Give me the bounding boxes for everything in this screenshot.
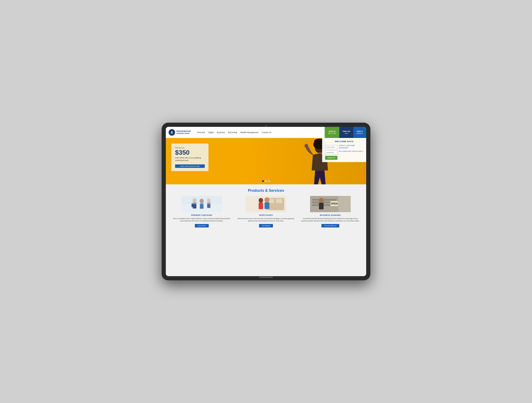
svg-rect-17 — [181, 196, 222, 204]
premier-checking-name: PREMIER CHECKING — [191, 214, 212, 216]
svg-text:OPEN: OPEN — [331, 202, 338, 205]
signin-button[interactable]: SIGN IN New User — [325, 127, 339, 138]
business-banking-desc: You deserve powerful Business Banking to… — [300, 218, 361, 222]
mortgages-btn[interactable]: Get Started — [259, 224, 273, 227]
business-banking-name: BUSINESS BANKING — [320, 214, 341, 216]
nav-borrowing[interactable]: Borrowing — [227, 131, 239, 133]
tablet-screen: RIDGEWOOD SAVINGS BANK Personal Digital … — [166, 127, 366, 276]
svg-point-0 — [171, 131, 172, 132]
svg-point-6 — [304, 144, 308, 148]
logo-savings: SAVINGS BANK — [177, 133, 191, 134]
premier-checking-btn[interactable]: Learn More — [195, 224, 209, 227]
welcome-title: WELCOME BACK — [325, 140, 363, 143]
svg-rect-1 — [171, 133, 173, 133]
tablet-frame: RIDGEWOOD SAVINGS BANK Personal Digital … — [162, 123, 370, 280]
mortgages-desc: Unlock the door to your new home with a … — [236, 218, 296, 222]
signin-sublabel: New User — [328, 133, 336, 134]
mortgages-image — [236, 196, 296, 212]
svg-point-35 — [319, 198, 323, 203]
nav-personal[interactable]: Personal — [196, 131, 207, 133]
header-actions: SIGN IN New User FIND AN ATM FIND A BRAN… — [325, 127, 366, 138]
products-section-title: Products & Services — [171, 189, 361, 193]
branch-sublabel: BRANCH — [357, 133, 363, 134]
carousel-dot-2[interactable] — [265, 180, 267, 182]
carousel-dots — [262, 180, 270, 182]
nav-business[interactable]: Business — [215, 131, 227, 133]
hero-card: Get up to a $350 Cash Value! with a new … — [171, 144, 209, 171]
site-header: RIDGEWOOD SAVINGS BANK Personal Digital … — [166, 127, 366, 138]
product-card-premier-checking: PREMIER CHECKING Earn a competitive rate… — [171, 196, 232, 227]
business-banking-btn[interactable]: Connect With Us — [321, 224, 339, 227]
product-card-mortgages: MORTGAGES Unlock the door to your new ho… — [236, 196, 296, 227]
find-branch-button[interactable]: FIND A BRANCH — [354, 127, 366, 138]
username-input[interactable] — [325, 145, 337, 149]
password-input[interactable] — [325, 151, 337, 154]
welcome-inputs: SIGN IN — [325, 145, 337, 160]
carousel-dot-1[interactable] — [262, 180, 264, 182]
hero-section: Get up to a $350 Cash Value! with a new … — [166, 138, 366, 184]
welcome-links: FORGOT USER NAME/ PASSWORD > NOT ENROLLE… — [339, 145, 363, 160]
bank-logo-icon — [169, 129, 175, 136]
not-enrolled-text: NOT ENROLLED? SIGN UP NOW > — [339, 150, 363, 153]
sign-up-link[interactable]: SIGN UP NOW > — [352, 151, 363, 152]
forgot-username-link[interactable]: FORGOT USER NAME/ — [339, 145, 363, 147]
product-card-business-banking: OPEN BUSINESS BANKING You deserve powerf… — [300, 196, 361, 227]
nav-contact[interactable]: Contact Us — [260, 131, 273, 133]
branch-label: FIND A — [357, 130, 363, 133]
hero-get-up-text: Get up to a — [175, 147, 205, 149]
welcome-form: SIGN IN FORGOT USER NAME/ PASSWORD > NOT… — [325, 145, 363, 160]
signin-label: SIGN IN — [329, 130, 336, 133]
not-enrolled-label: NOT ENROLLED? — [339, 151, 351, 152]
nav-wealth[interactable]: Wealth Management — [239, 131, 260, 133]
svg-rect-24 — [259, 203, 263, 209]
svg-point-23 — [259, 198, 263, 203]
hero-learn-more-button[interactable]: Learn more about this offer — [175, 164, 205, 168]
carousel-dot-3[interactable] — [268, 180, 270, 182]
svg-point-25 — [265, 197, 269, 203]
svg-rect-26 — [265, 202, 269, 209]
logo-text: RIDGEWOOD SAVINGS BANK — [177, 130, 191, 134]
products-grid: PREMIER CHECKING Earn a competitive rate… — [171, 196, 361, 227]
svg-rect-30 — [312, 199, 336, 201]
premier-checking-image — [171, 196, 232, 212]
tablet-camera — [265, 125, 267, 127]
welcome-panel: WELCOME BACK SIGN IN FORGOT USER NAME/ P… — [322, 138, 366, 162]
tablet-home-button[interactable] — [259, 277, 273, 278]
business-banking-image: OPEN — [300, 196, 361, 212]
forgot-password-link[interactable]: PASSWORD > — [339, 147, 363, 149]
logo-ridgewood: RIDGEWOOD — [177, 130, 191, 133]
logo-area: RIDGEWOOD SAVINGS BANK — [166, 127, 194, 138]
hero-amount: $350 — [175, 149, 205, 156]
atm-sublabel: ATM — [345, 133, 348, 134]
atm-label: FIND AN — [342, 130, 350, 133]
find-atm-button[interactable]: FIND AN ATM — [339, 127, 353, 138]
hero-content: Get up to a $350 Cash Value! with a new … — [171, 144, 209, 171]
nav-digital[interactable]: Digital — [207, 131, 215, 133]
mortgages-name: MORTGAGES — [259, 214, 273, 216]
svg-rect-22 — [276, 199, 282, 203]
main-nav: Personal Digital Business Borrowing Weal… — [194, 127, 325, 138]
welcome-signin-button[interactable]: SIGN IN — [325, 156, 337, 160]
premier-checking-desc: Earn a competitive rate on higher balanc… — [171, 218, 232, 222]
products-section: Products & Services — [166, 184, 366, 276]
hero-description: Cash Value! with a new qualifying checki… — [175, 157, 205, 162]
